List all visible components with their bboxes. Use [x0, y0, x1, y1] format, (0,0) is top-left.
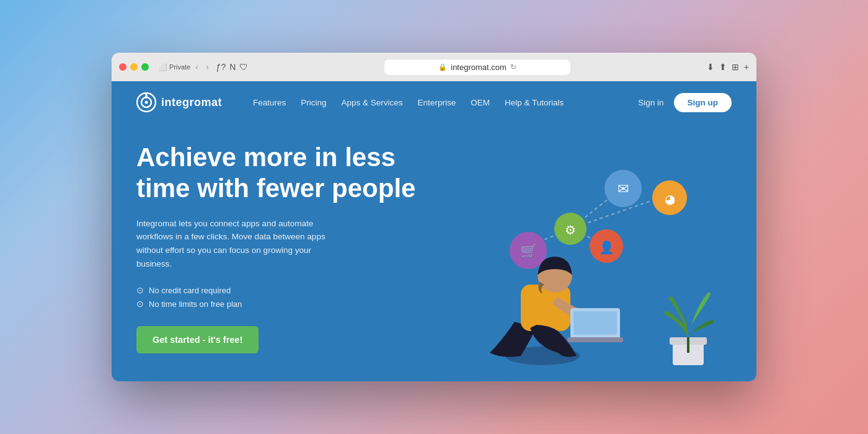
hero-title-fewer: fewer people — [257, 174, 416, 203]
hero-checks: ⊙ No credit card required ⊙ No time limi… — [136, 285, 434, 309]
notion-icon: N — [229, 62, 236, 72]
svg-text:✉: ✉ — [618, 181, 629, 197]
nav-links: Features Pricing Apps & Services Enterpr… — [253, 98, 619, 107]
svg-text:👤: 👤 — [599, 240, 614, 255]
nav-pricing[interactable]: Pricing — [301, 98, 326, 107]
svg-point-2 — [145, 101, 148, 104]
browser-actions: ⬇ ⬆ ⊞ + — [707, 62, 749, 72]
share-icon[interactable]: ⬆ — [719, 62, 727, 72]
forward-button[interactable]: › — [203, 61, 211, 73]
svg-rect-23 — [567, 337, 623, 342]
website-content: integromat Features Pricing Apps & Servi… — [112, 81, 756, 381]
hero-section: Achieve more in lesstime with fewer peop… — [112, 123, 756, 380]
nav-oem[interactable]: OEM — [471, 98, 490, 107]
logo-icon — [136, 92, 156, 112]
code-icon: ƒ? — [216, 62, 226, 72]
private-label: Private — [169, 63, 190, 71]
nav-apps-services[interactable]: Apps & Services — [342, 98, 403, 107]
address-bar-container: 🔒 integromat.com ↻ — [253, 60, 702, 75]
minimize-button[interactable] — [130, 63, 138, 71]
check-label-2: No time limits on free plan — [149, 299, 242, 309]
svg-point-4 — [145, 95, 148, 97]
address-bar[interactable]: 🔒 integromat.com ↻ — [384, 60, 570, 75]
check-icon-2: ⊙ — [136, 299, 144, 309]
illustration-svg: ✉ ◕ ⚙ 🛒 👤 — [434, 148, 732, 371]
private-mode-button[interactable]: ⬜ Private — [159, 63, 190, 71]
shield-icon: 🛡 — [239, 62, 248, 72]
hero-illustration: ✉ ◕ ⚙ 🛒 👤 — [434, 136, 732, 371]
svg-text:🛒: 🛒 — [520, 242, 538, 259]
browser-tools: ƒ? N 🛡 — [216, 62, 249, 72]
logo-area: integromat — [136, 92, 222, 112]
grid-icon[interactable]: ⊞ — [732, 62, 739, 72]
signup-button[interactable]: Sign up — [674, 93, 732, 112]
nav-features[interactable]: Features — [253, 98, 286, 107]
add-tab-icon[interactable]: + — [744, 62, 749, 72]
hero-check-1: ⊙ No credit card required — [136, 285, 434, 295]
browser-nav: ⬜ Private ‹ › — [159, 61, 211, 73]
close-button[interactable] — [119, 63, 126, 71]
hero-content: Achieve more in lesstime with fewer peop… — [136, 136, 434, 353]
browser-window: ⬜ Private ‹ › ƒ? N 🛡 🔒 integromat.com ↻ … — [112, 53, 756, 381]
maximize-button[interactable] — [141, 63, 149, 71]
check-label-1: No credit card required — [149, 286, 231, 295]
tab-icon: ⬜ — [159, 63, 167, 71]
site-nav: integromat Features Pricing Apps & Servi… — [112, 81, 756, 123]
hero-description: Integromat lets you connect apps and aut… — [136, 217, 347, 270]
svg-rect-24 — [574, 311, 617, 335]
traffic-lights — [119, 63, 149, 71]
back-button[interactable]: ‹ — [193, 61, 201, 73]
nav-auth: Sign in Sign up — [638, 93, 732, 112]
lock-icon: 🔒 — [438, 63, 447, 71]
cta-button[interactable]: Get started - it's free! — [136, 326, 259, 353]
check-icon-1: ⊙ — [136, 285, 144, 295]
signin-link[interactable]: Sign in — [638, 98, 663, 107]
nav-enterprise[interactable]: Enterprise — [418, 98, 456, 107]
hero-title: Achieve more in lesstime with fewer peop… — [136, 142, 434, 205]
hero-check-2: ⊙ No time limits on free plan — [136, 299, 434, 309]
svg-text:◕: ◕ — [665, 192, 675, 206]
nav-help-tutorials[interactable]: Help & Tutorials — [505, 98, 564, 107]
svg-text:⚙: ⚙ — [565, 223, 576, 237]
logo-text: integromat — [161, 96, 222, 109]
reload-icon: ↻ — [510, 63, 516, 71]
download-icon[interactable]: ⬇ — [707, 62, 714, 72]
hero-title-achieve: Achieve more — [136, 143, 307, 172]
url-text: integromat.com — [451, 63, 507, 72]
browser-chrome: ⬜ Private ‹ › ƒ? N 🛡 🔒 integromat.com ↻ … — [112, 53, 756, 81]
